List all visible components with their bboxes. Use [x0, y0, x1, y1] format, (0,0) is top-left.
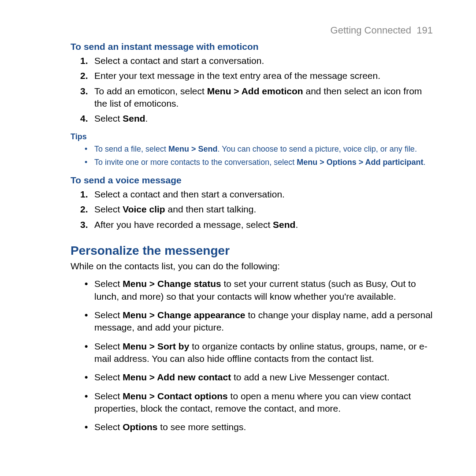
list-item: Select Options to see more settings. [94, 421, 433, 433]
step-number: 3. [80, 85, 88, 97]
tips-list: To send a file, select Menu > Send. You … [71, 144, 433, 168]
chapter-name: Getting Connected [331, 25, 411, 36]
step-text: After you have recorded a message, selec… [94, 219, 298, 230]
section-intro: While on the contacts list, you can do t… [71, 260, 433, 272]
step-text: Select Voice clip and then start talking… [94, 204, 256, 214]
tip-item: To invite one or more contacts to the co… [94, 157, 433, 167]
list-item: Select Menu > Contact options to open a … [94, 390, 433, 415]
subheading-voice: To send a voice message [71, 174, 433, 186]
step-text: Enter your text message in the text entr… [94, 71, 380, 81]
step-item: 4.Select Send. [94, 112, 433, 125]
step-item: 3.To add an emoticon, select Menu > Add … [94, 85, 433, 110]
step-item: 1.Select a contact and start a conversat… [94, 55, 433, 67]
step-number: 1. [80, 188, 88, 201]
step-item: 3.After you have recorded a message, sel… [94, 219, 433, 231]
step-text: Select a contact and then start a conver… [94, 189, 285, 199]
list-item: Select Menu > Add new contact to add a n… [94, 371, 433, 383]
steps-voice: 1.Select a contact and then start a conv… [71, 188, 433, 231]
step-text: Select Send. [94, 113, 148, 123]
step-text: To add an emoticon, select Menu > Add em… [94, 86, 422, 108]
step-number: 2. [80, 203, 88, 216]
section-title-personalize: Personalize the messenger [71, 242, 433, 259]
step-item: 2.Enter your text message in the text en… [94, 70, 433, 82]
list-item: Select Menu > Change status to set your … [94, 278, 433, 303]
step-number: 2. [80, 70, 88, 82]
step-number: 1. [80, 55, 88, 67]
list-item: Select Menu > Sort by to organize contac… [94, 340, 433, 365]
step-item: 1.Select a contact and then start a conv… [94, 188, 433, 201]
tips-label: Tips [71, 131, 433, 142]
steps-emoticon: 1.Select a contact and start a conversat… [71, 55, 433, 125]
subheading-emoticon: To send an instant message with emoticon [71, 41, 433, 53]
step-number: 3. [80, 219, 88, 231]
step-item: 2.Select Voice clip and then start talki… [94, 203, 433, 216]
page-header: Getting Connected 191 [71, 24, 433, 37]
step-number: 4. [80, 112, 88, 125]
personalize-list: Select Menu > Change status to set your … [71, 278, 433, 433]
step-text: Select a contact and start a conversatio… [94, 56, 264, 66]
page-number: 191 [416, 25, 433, 36]
list-item: Select Menu > Change appearance to chang… [94, 309, 433, 334]
tip-item: To send a file, select Menu > Send. You … [94, 144, 433, 154]
